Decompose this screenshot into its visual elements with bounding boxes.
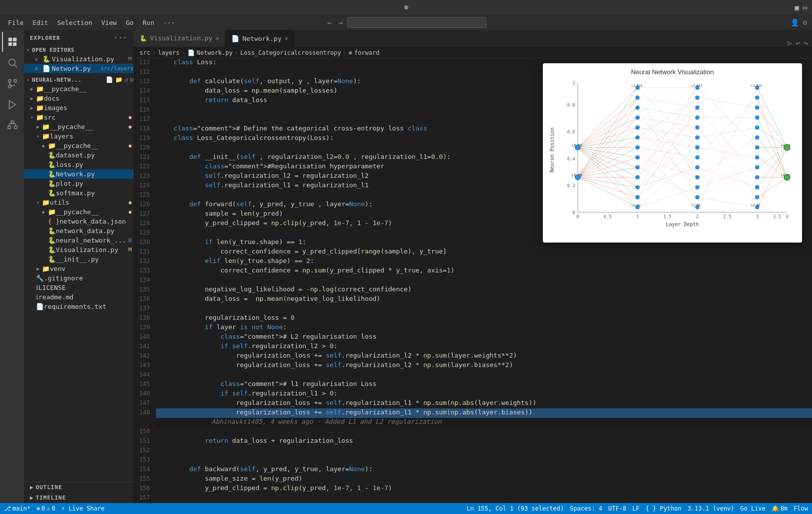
close-network-icon[interactable]: ✕	[32, 65, 41, 72]
bc-src[interactable]: src	[140, 49, 151, 56]
menu-view[interactable]: View	[97, 18, 121, 27]
tab-network[interactable]: 📄 Network.py ✕	[225, 30, 295, 47]
tree-docs[interactable]: ▶ 📁 docs	[24, 94, 134, 103]
bc-network[interactable]: Network.py	[197, 49, 233, 56]
open-file-visualization[interactable]: ✕ 🐍 Visualization.py M	[24, 54, 134, 64]
activity-extensions[interactable]	[2, 116, 22, 135]
line-code[interactable]: y_pred_clipped = np.clip(y_pred, 1e-7, 1…	[156, 484, 812, 494]
open-file-network[interactable]: ✕ 📄 Network.py src/layers	[24, 64, 134, 73]
sidebar-more-icon[interactable]: ···	[114, 34, 128, 42]
tree-license[interactable]: ▶ ℹ LICENSE	[24, 283, 134, 292]
tree-plot[interactable]: ▶ 🐍 plot.py	[24, 179, 134, 188]
menu-file[interactable]: File	[4, 18, 27, 27]
tree-viz-py[interactable]: ▶ 🐍 Visualization.py M	[24, 245, 134, 255]
line-ending[interactable]: LF	[632, 505, 639, 512]
line-code[interactable]: regularization_loss += self.regularizati…	[156, 352, 812, 361]
activity-search[interactable]	[2, 53, 22, 73]
line-code[interactable]: return data_loss + regularization_loss	[156, 437, 812, 446]
line-code[interactable]	[156, 304, 812, 314]
spaces[interactable]: Spaces: 4	[570, 505, 602, 512]
search-input[interactable]	[347, 17, 487, 28]
settings-icon[interactable]: ⚙	[803, 18, 807, 26]
line-code[interactable]: Abhinavks1405, 4 weeks ago · Added L1 an…	[156, 418, 812, 427]
line-code[interactable]	[156, 276, 812, 285]
bc-layers[interactable]: layers	[158, 49, 179, 56]
tree-utils-pycache[interactable]: ▶ 📁 __pycache__ ●	[24, 207, 134, 217]
tree-utils[interactable]: ▾ 📁 utils ●	[24, 198, 134, 207]
line-code[interactable]	[156, 371, 812, 380]
open-editors-header[interactable]: ▾ OPEN EDITORS	[24, 46, 134, 54]
tree-gitignore[interactable]: ▶ 🔧 .gitignore	[24, 273, 134, 283]
menu-run[interactable]: Run	[139, 18, 158, 27]
live-share[interactable]: ⚡ Live Share	[61, 505, 105, 512]
tree-init[interactable]: ▶ 🐍 __init__.py	[24, 255, 134, 264]
line-code[interactable]	[156, 456, 812, 465]
tree-softmax[interactable]: ▶ 🐍 softmax.py	[24, 188, 134, 198]
line-code[interactable]	[156, 494, 812, 503]
notification[interactable]: 🔔 8m	[772, 505, 788, 512]
net-tab-close[interactable]: ✕	[285, 35, 288, 42]
tree-readme[interactable]: ▶ ℹ readme.md	[24, 292, 134, 302]
account-icon[interactable]: 👤	[791, 18, 799, 26]
fullscreen-icon[interactable]: ▭	[803, 3, 807, 11]
line-code[interactable]: correct_confidence = np.sum(y_pred_clipp…	[156, 266, 812, 276]
cursor-pos[interactable]: Ln 155, Col 1 (93 selected)	[467, 505, 564, 512]
tree-requirements[interactable]: ▶ 📄 requirements.txt	[24, 302, 134, 311]
activity-git[interactable]	[2, 74, 22, 94]
nav-back[interactable]: ←	[325, 17, 334, 28]
line-code[interactable]: class="comment"># l1 regularisation Loss	[156, 380, 812, 389]
timeline-section[interactable]: ▶ TIMELINE	[24, 493, 134, 503]
menu-selection[interactable]: Selection	[53, 18, 96, 27]
interpreter[interactable]: 3.13.1 (venv)	[687, 505, 734, 512]
vis-tab-close[interactable]: ✕	[215, 35, 219, 42]
line-code[interactable]: if self.regularization_l1 > 0:	[156, 389, 812, 399]
line-code[interactable]: regularization_loss += self.regularizati…	[156, 408, 812, 418]
tab-visualization[interactable]: 🐍 Visualization.py ✕	[134, 30, 225, 47]
menu-go[interactable]: Go	[122, 18, 138, 27]
run-icon[interactable]: ▷	[788, 39, 792, 47]
tree-layers[interactable]: ▾ 📁 layers	[24, 131, 134, 141]
redo-icon[interactable]: ↪	[804, 39, 808, 47]
line-code[interactable]: correct_confidence = y_pred_clipped[rang…	[156, 248, 812, 257]
line-code[interactable]: data_loss = np.mean(negative_log_likelih…	[156, 295, 812, 304]
project-header[interactable]: ▾ NEURAL-NETW... 📄 📁 ↺ ⊟	[24, 75, 134, 84]
bc-forward[interactable]: forward	[354, 49, 380, 56]
line-code[interactable]: sample_size = len(y_pred)	[156, 475, 812, 484]
tree-net-data-py[interactable]: ▶ 🐍 network_data.py	[24, 226, 134, 236]
close-icon[interactable]: ✕	[32, 55, 41, 63]
activity-debug[interactable]	[2, 95, 22, 115]
line-code[interactable]: regularization_loss += self.regularizati…	[156, 399, 812, 408]
line-code[interactable]	[156, 427, 812, 437]
tree-layers-pycache[interactable]: ▶ 📁 __pycache__ ●	[24, 141, 134, 150]
tree-pycache-root[interactable]: ▶ 📁 __pycache__	[24, 84, 134, 94]
menu-more[interactable]: ···	[160, 18, 179, 27]
outline-section[interactable]: ▶ OUTLINE	[24, 482, 134, 493]
line-code[interactable]: if layer is not None:	[156, 323, 812, 333]
tree-src[interactable]: ▾ 📁 src ●	[24, 113, 134, 122]
new-folder-icon[interactable]: 📁	[115, 76, 123, 83]
error-count[interactable]: ⊕ 0 ⚠ 0	[36, 505, 55, 512]
line-code[interactable]: class="comment"># L2 regularisation loss	[156, 333, 812, 342]
encoding[interactable]: UTF-8	[608, 505, 626, 512]
undo-icon[interactable]: ↩	[796, 39, 800, 47]
tree-network[interactable]: ▶ 🐍 Network.py	[24, 169, 134, 179]
flow[interactable]: Flow	[794, 505, 808, 512]
tree-dataset[interactable]: ▶ 🐍 dataset.py	[24, 150, 134, 160]
line-code[interactable]: if self.regularization_l2 > 0:	[156, 342, 812, 352]
tree-loss[interactable]: ▶ 🐍 loss.py	[24, 160, 134, 169]
git-branch[interactable]: ⎇ main*	[4, 505, 30, 512]
tree-venv[interactable]: ▶ 📁 venv	[24, 264, 134, 273]
new-file-icon[interactable]: 📄	[106, 76, 113, 83]
collapse-icon[interactable]: ⊟	[130, 76, 134, 83]
line-code[interactable]	[156, 446, 812, 456]
activity-explorer[interactable]	[2, 32, 22, 52]
language[interactable]: { } Python	[646, 505, 681, 512]
line-code[interactable]: regularization_loss = 0	[156, 314, 812, 323]
line-code[interactable]: regularization_loss += self.regularizati…	[156, 361, 812, 371]
tree-src-pycache[interactable]: ▶ 📁 __pycache__ ●	[24, 122, 134, 131]
line-code[interactable]: elif len(y_true.shape) == 2:	[156, 257, 812, 266]
go-live[interactable]: Go Live	[740, 505, 766, 512]
line-code[interactable]: def backward(self, y_pred, y_true, layer…	[156, 465, 812, 475]
menu-edit[interactable]: Edit	[28, 18, 52, 27]
bc-loss[interactable]: Loss_Categoricalcrossentropy	[240, 49, 341, 56]
